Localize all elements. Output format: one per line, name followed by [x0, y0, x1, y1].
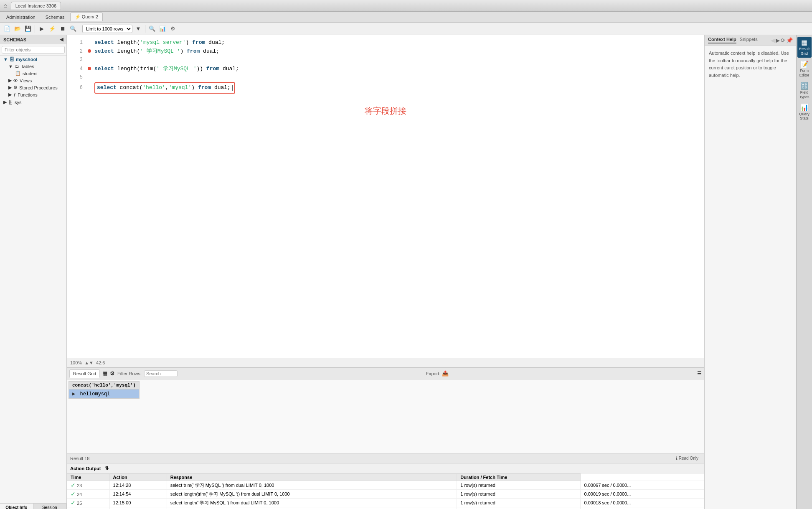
action-row-time: 12:15:31 — [109, 507, 167, 509]
right-btn-result-grid[interactable]: ▦ Result Grid — [797, 37, 812, 58]
action-row-duration: 0.00019 sec / 0.0000... — [581, 507, 704, 509]
schema-icon-sys: 🗄 — [8, 100, 13, 105]
action-row-response: 1 row(s) returned — [457, 490, 581, 499]
right-panel: Context Help Snippets ◀ ▶ ⟳ 📌 Automatic … — [704, 35, 796, 509]
filter-label: Filter Rows: — [117, 371, 142, 376]
sidebar-item-tables[interactable]: ▼ 🗂 Tables — [0, 63, 66, 70]
action-row-time: 12:15:00 — [109, 499, 167, 507]
result-tab-label[interactable]: Result 18 — [70, 456, 89, 461]
result-grid-icon: ▦ — [801, 38, 807, 46]
result-row[interactable]: ▶ hellomysql — [69, 389, 140, 399]
action-table: Time Action Response Duration / Fetch Ti… — [67, 473, 704, 509]
title-bar: ⌂ Local Instance 3306 — [0, 0, 812, 12]
right-btn-query-stats[interactable]: 📊 Query Stats — [797, 102, 812, 122]
sidebar-item-student[interactable]: 📋 student — [0, 70, 66, 77]
col-time: Time — [67, 474, 110, 481]
editor-line-6: 6 select concat('hello','mysql') from du… — [67, 82, 704, 94]
result-tabs: Result Grid ▦ ⚙ Filter Rows: Export: 📤 ☰ — [67, 368, 704, 379]
highlighted-line-box: select concat('hello','mysql') from dual… — [94, 82, 235, 94]
query-stats-icon: 📊 — [800, 103, 809, 111]
action-row-duration: 0.00067 sec / 0.0000... — [581, 481, 704, 490]
nav-refresh-btn[interactable]: ⟳ — [781, 37, 785, 43]
collapse-result-btn[interactable]: ☰ — [697, 371, 702, 377]
format-btn[interactable]: ⚙ — [168, 24, 178, 33]
sidebar-bottom: Object Info Session Schema: myschool — [0, 503, 66, 509]
home-icon[interactable]: ⌂ — [3, 2, 8, 10]
right-btn-field-types[interactable]: 🔠 Field Types — [797, 80, 812, 101]
action-output-header: Action Output ⇅ — [67, 463, 704, 473]
execute-line-btn[interactable]: ⚡ — [48, 24, 57, 33]
explain-btn[interactable]: 🔍 — [69, 24, 78, 33]
result-content: concat('hello','mysql') ▶ hellomysql — [67, 379, 704, 453]
editor-line-1: 1 select length('mysql server') from dua… — [67, 38, 704, 47]
main-tabs: Administration Schemas ⚡ Query 2 — [0, 12, 812, 23]
sidebar-search-area — [0, 44, 66, 56]
save-btn[interactable]: 💾 — [23, 24, 33, 33]
instance-tab[interactable]: Local Instance 3306 — [11, 2, 61, 10]
query-toolbar: 📄 📂 💾 ▶ ⚡ ⏹ 🔍 Limit to 1000 rows ▼ 🔍 📊 ⚙ — [0, 23, 812, 35]
tab-schemas[interactable]: Schemas — [41, 13, 69, 21]
col-duration: Duration / Fetch Time — [457, 474, 581, 481]
limit-toggle-btn[interactable]: ▼ — [134, 24, 143, 33]
annotation: 将字段拼接 — [67, 97, 704, 125]
fn-icon: ƒ — [13, 92, 16, 97]
execute-btn[interactable]: ▶ — [37, 24, 46, 33]
editor-line-5: 5 — [67, 74, 704, 82]
editor-status: 100% ▲▼ 42:6 — [67, 358, 704, 367]
sidebar-bottom-tabs: Object Info Session — [0, 504, 66, 509]
new-file-btn[interactable]: 📄 — [3, 24, 12, 33]
action-row-time: 12:14:28 — [109, 481, 167, 490]
tab-snippets[interactable]: Snippets — [740, 37, 758, 43]
sort-icon[interactable]: ⇅ — [105, 466, 109, 471]
action-row-num: ✓ 25 — [67, 499, 110, 507]
export-icon[interactable]: 📤 — [442, 370, 449, 377]
result-col-header: concat('hello','mysql') — [69, 382, 140, 389]
filter-input[interactable] — [144, 370, 178, 377]
tab-result-grid[interactable]: Result Grid — [69, 369, 100, 378]
action-table-header: Time Action Response Duration / Fetch Ti… — [67, 474, 704, 481]
schema-icon-myschool: 🗄 — [10, 57, 14, 62]
field-types-icon: 🔠 — [800, 82, 809, 90]
result-table: concat('hello','mysql') ▶ hellomysql — [69, 381, 140, 399]
right-btn-form-editor[interactable]: 📝 Form Editor — [797, 59, 812, 79]
nav-next-btn[interactable]: ▶ — [776, 37, 780, 43]
right-panel-nav: ◀ ▶ ⟳ 📌 — [771, 37, 793, 43]
result-cell: ▶ hellomysql — [69, 389, 140, 399]
tab-administration[interactable]: Administration — [2, 13, 40, 21]
stop-btn[interactable]: ⏹ — [58, 24, 67, 33]
action-table-row: ✓ 25 12:15:00 select length(' 学习 MySQL '… — [67, 499, 704, 507]
editor-area[interactable]: 1 select length('mysql server') from dua… — [67, 35, 704, 358]
grid-icon[interactable]: ▦ — [102, 370, 107, 377]
sp-arrow: ▶ — [8, 85, 12, 90]
sidebar-search-input[interactable] — [2, 46, 65, 53]
limit-select[interactable]: Limit to 1000 rows — [82, 25, 132, 33]
result-area: Result Grid ▦ ⚙ Filter Rows: Export: 📤 ☰… — [67, 367, 704, 463]
filter-icon[interactable]: ⚙ — [110, 370, 115, 377]
action-output: Action Output ⇅ Time Action Response Dur… — [67, 463, 704, 509]
toggle-btn[interactable]: 📊 — [158, 24, 167, 33]
sidebar-item-views[interactable]: ▶ 👁 Views — [0, 77, 66, 84]
nav-pin-btn[interactable]: 📌 — [786, 37, 793, 43]
tab-object-info[interactable]: Object Info — [0, 504, 33, 509]
zoom-stepper[interactable]: ▲▼ — [84, 360, 94, 365]
open-file-btn[interactable]: 📂 — [13, 24, 22, 33]
action-row-response: 1 row(s) returned — [457, 481, 581, 490]
tab-context-help[interactable]: Context Help — [708, 37, 736, 43]
fn-arrow: ▶ — [8, 92, 12, 97]
search-btn[interactable]: 🔍 — [147, 24, 157, 33]
schema-sys[interactable]: ▶ 🗄 sys — [0, 98, 66, 106]
sidebar-item-stored-procedures[interactable]: ▶ ⚙ Stored Procedures — [0, 84, 66, 91]
schema-arrow-sys: ▶ — [3, 99, 7, 105]
tab-query2[interactable]: ⚡ Query 2 — [70, 13, 103, 21]
action-row-action: select concat('hello','mysql') from dual… — [167, 507, 457, 509]
separator-3 — [145, 25, 145, 33]
sidebar-collapse-icon[interactable]: ◀ — [60, 37, 63, 42]
col-action: Action — [109, 474, 167, 481]
nav-prev-btn[interactable]: ◀ — [771, 37, 775, 43]
tab-session[interactable]: Session — [33, 504, 67, 509]
sidebar-item-functions[interactable]: ▶ ƒ Functions — [0, 91, 66, 98]
schema-myschool[interactable]: ▼ 🗄 myschool — [0, 56, 66, 63]
right-panel-header: Context Help Snippets ◀ ▶ ⟳ 📌 — [705, 35, 796, 46]
action-row-duration: 0.00019 sec / 0.0000... — [581, 490, 704, 499]
center-content: 1 select length('mysql server') from dua… — [67, 35, 704, 509]
